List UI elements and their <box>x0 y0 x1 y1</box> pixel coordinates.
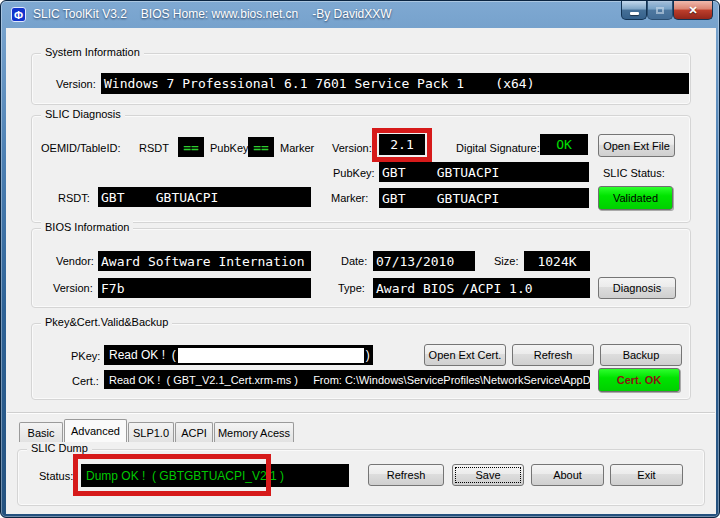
oemid-tableid-label: OEMID/TableID: <box>41 142 120 154</box>
about-button[interactable]: About <box>531 464 604 486</box>
section-divider <box>7 412 715 414</box>
bios-size-field: 1024K <box>524 251 590 271</box>
pkey-label: PKey: <box>71 350 100 362</box>
cert-ok-button[interactable]: Cert. OK <box>598 368 680 392</box>
maximize-icon <box>656 7 664 14</box>
save-button[interactable]: Save <box>452 464 524 486</box>
tab-acpi[interactable]: ACPI <box>175 422 213 442</box>
cert-field: Read OK ! ( GBT_V2.1_Cert.xrm-ms ) From:… <box>104 370 590 389</box>
close-button[interactable]: ✕ <box>673 1 713 20</box>
app-window: Φ SLIC ToolKit V3.2BIOS Home: www.bios.n… <box>0 0 720 518</box>
dump-refresh-button[interactable]: Refresh <box>368 464 444 486</box>
group-slic-diagnosis-legend: SLIC Diagnosis <box>41 108 125 120</box>
pkey-field-prefix: Read OK ! ( <box>109 348 176 362</box>
slic-status-validated-button[interactable]: Validated <box>598 186 673 210</box>
group-pkey-cert-legend: Pkey&Cert.Valid&Backup <box>41 316 172 328</box>
bios-date-label: Date: <box>341 255 367 267</box>
bios-size-label: Size: <box>494 255 518 267</box>
exit-button[interactable]: Exit <box>610 464 683 486</box>
open-ext-file-button[interactable]: Open Ext File <box>598 134 675 157</box>
tab-basic[interactable]: Basic <box>19 422 63 442</box>
maximize-button <box>647 1 673 20</box>
window-title-app: SLIC ToolKit V3.2 <box>33 7 127 21</box>
bios-version-label: Version: <box>53 282 93 294</box>
digital-signature-field: OK <box>540 134 588 155</box>
dump-status-label: Status: <box>39 470 73 482</box>
marker-field: GBT GBTUACPI <box>379 188 589 208</box>
pkey-refresh-button[interactable]: Refresh <box>512 344 594 366</box>
slic-status-label: SLIC Status: <box>603 167 665 179</box>
os-version-field: Windows 7 Professional 6.1 7601 Service … <box>101 73 689 94</box>
slic-version-label: Version: <box>332 142 372 154</box>
dump-status-field: Dump OK ! ( GBTGBTUACPI_V2.1 ) <box>81 464 349 487</box>
slic-version-field: 2.1 <box>379 134 425 155</box>
diagnosis-button[interactable]: Diagnosis <box>598 277 676 299</box>
pubkey-field-label: PubKey: <box>333 167 375 179</box>
bios-version-field: F7b <box>98 278 311 298</box>
group-slic-dump-legend: SLIC Dump <box>27 442 92 454</box>
open-ext-cert-button[interactable]: Open Ext Cert. <box>424 344 506 366</box>
pkey-field-suffix: ) <box>366 348 370 362</box>
cert-label: Cert.: <box>72 375 99 387</box>
group-system-information-legend: System Information <box>41 46 144 58</box>
tab-slp10[interactable]: SLP1.0 <box>128 422 174 442</box>
digital-signature-label: Digital Signature: <box>456 142 540 154</box>
rsdt-field-label: RSDT: <box>58 192 90 204</box>
os-version-label: Version: <box>56 78 96 90</box>
titlebar[interactable]: Φ SLIC ToolKit V3.2BIOS Home: www.bios.n… <box>1 1 719 28</box>
bios-type-label: Type: <box>338 282 365 294</box>
rsdt-word-label: RSDT <box>139 142 169 154</box>
window-title-author: -By DavidXXW <box>312 7 391 21</box>
equals-indicator-rsdt-pubkey: == <box>178 137 204 157</box>
tab-memory-acess[interactable]: Memory Acess <box>214 422 294 442</box>
bios-type-field: Award BIOS /ACPI 1.0 <box>373 278 590 298</box>
bios-vendor-field: Award Software Internation <box>98 251 311 271</box>
marker-word-label: Marker <box>280 142 314 154</box>
minimize-icon <box>630 12 639 15</box>
pkey-field: Read OK ! () <box>104 345 373 365</box>
app-icon: Φ <box>11 7 26 22</box>
window-title: SLIC ToolKit V3.2BIOS Home: www.bios.net… <box>33 7 406 21</box>
window-title-home: BIOS Home: www.bios.net.cn <box>141 7 298 21</box>
pubkey-word-label: PubKey <box>210 142 249 154</box>
backup-button[interactable]: Backup <box>600 344 682 366</box>
equals-indicator-pubkey-marker: == <box>248 137 274 157</box>
tab-advanced[interactable]: Advanced <box>64 419 127 442</box>
pkey-redacted-box <box>178 348 364 363</box>
marker-field-label: Marker: <box>331 192 368 204</box>
group-bios-information-legend: BIOS Information <box>41 221 133 233</box>
rsdt-field: GBT GBTUACPI <box>98 187 311 207</box>
bios-date-field: 07/13/2010 <box>373 251 475 271</box>
pubkey-field: GBT GBTUACPI <box>379 162 589 182</box>
minimize-button[interactable] <box>621 1 647 20</box>
close-icon: ✕ <box>688 4 697 17</box>
bios-vendor-label: Vendor: <box>56 255 94 267</box>
